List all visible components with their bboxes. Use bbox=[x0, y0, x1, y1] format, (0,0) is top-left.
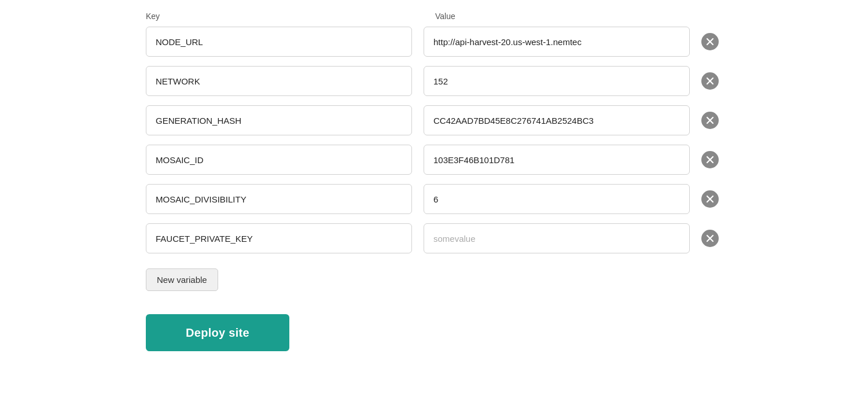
variable-row bbox=[146, 66, 722, 96]
variable-row bbox=[146, 145, 722, 175]
new-variable-button[interactable]: New variable bbox=[146, 268, 218, 291]
value-input-0[interactable] bbox=[424, 27, 690, 57]
column-headers: Key Value bbox=[146, 12, 722, 21]
remove-variable-button-1[interactable] bbox=[701, 72, 719, 90]
key-input-0[interactable] bbox=[146, 27, 412, 57]
key-input-1[interactable] bbox=[146, 66, 412, 96]
close-icon bbox=[705, 234, 715, 243]
remove-variable-button-4[interactable] bbox=[701, 190, 719, 208]
value-input-2[interactable] bbox=[424, 105, 690, 135]
key-input-5[interactable] bbox=[146, 223, 412, 253]
value-input-1[interactable] bbox=[424, 66, 690, 96]
key-header: Key bbox=[146, 12, 412, 21]
key-input-2[interactable] bbox=[146, 105, 412, 135]
key-input-3[interactable] bbox=[146, 145, 412, 175]
close-icon bbox=[705, 116, 715, 125]
variables-list bbox=[146, 27, 722, 253]
remove-variable-button-2[interactable] bbox=[701, 112, 719, 129]
value-input-3[interactable] bbox=[424, 145, 690, 175]
remove-variable-button-5[interactable] bbox=[701, 230, 719, 247]
main-container: Key Value New variable Deploy site bbox=[0, 0, 868, 363]
variable-row bbox=[146, 184, 722, 214]
variable-row bbox=[146, 27, 722, 57]
variable-row bbox=[146, 223, 722, 253]
close-icon bbox=[705, 76, 715, 86]
value-input-5[interactable] bbox=[424, 223, 690, 253]
close-icon bbox=[705, 194, 715, 204]
variable-row bbox=[146, 105, 722, 135]
value-header: Value bbox=[435, 12, 701, 21]
close-icon bbox=[705, 155, 715, 164]
close-icon bbox=[705, 37, 715, 46]
deploy-site-button[interactable]: Deploy site bbox=[146, 314, 289, 351]
remove-variable-button-3[interactable] bbox=[701, 151, 719, 168]
value-input-4[interactable] bbox=[424, 184, 690, 214]
remove-variable-button-0[interactable] bbox=[701, 33, 719, 50]
key-input-4[interactable] bbox=[146, 184, 412, 214]
